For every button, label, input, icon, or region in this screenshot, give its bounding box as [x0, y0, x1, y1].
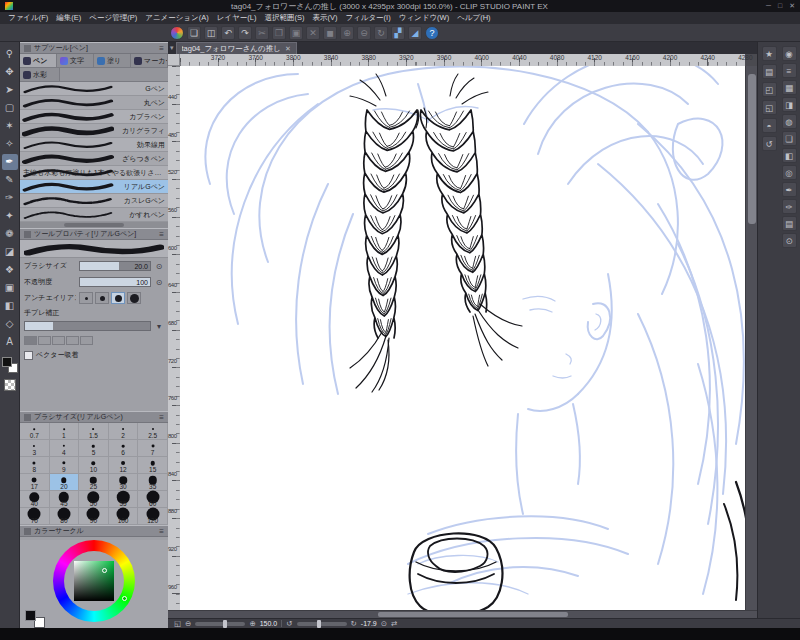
close-icon[interactable]: ✕: [789, 2, 795, 10]
save-icon[interactable]: ◫: [204, 26, 218, 40]
brush-size-cell[interactable]: 35: [138, 474, 168, 491]
eraser-tool-icon[interactable]: ◪: [2, 244, 18, 260]
brush-size-cell[interactable]: 9: [50, 457, 80, 474]
brush-item[interactable]: カスレGペン: [20, 194, 168, 208]
tab-list-icon[interactable]: ▾: [170, 44, 174, 52]
snap-guide-icon[interactable]: ◢: [408, 26, 422, 40]
zoom-slider[interactable]: [195, 622, 245, 626]
brush-tool-icon[interactable]: ✑: [2, 190, 18, 206]
panel-menu-icon[interactable]: ≡: [159, 527, 164, 536]
opacity-dynamics-icon[interactable]: ⊙: [154, 278, 164, 287]
brush-size-cell[interactable]: 2.5: [138, 423, 168, 440]
undo-icon[interactable]: ↶: [221, 26, 235, 40]
brush-size-cell[interactable]: 6: [109, 440, 139, 457]
stabilize-slider[interactable]: [24, 321, 151, 331]
layer-property-palette-icon[interactable]: ◧: [782, 148, 797, 163]
panel-menu-icon[interactable]: ≡: [159, 44, 164, 53]
tool-property-panel-header[interactable]: ツールプロパティ[リアルGペン] ≡: [20, 228, 168, 240]
menu-item[interactable]: フィルター(I): [341, 13, 394, 23]
brush-size-cell[interactable]: 8: [20, 457, 50, 474]
main-color-swatch[interactable]: [2, 357, 12, 367]
brush-size-cell[interactable]: 20: [50, 474, 80, 491]
brush-size-cell[interactable]: 1: [50, 423, 80, 440]
fill-icon[interactable]: ◼: [323, 26, 337, 40]
document-tab[interactable]: tag04_フォロワーさんの推し ✕: [176, 42, 297, 54]
brush-size-cell[interactable]: 10: [79, 457, 109, 474]
brush-item[interactable]: 主線も水彩も厚塗りも1本でやる欲張りさん向けペン: [20, 166, 168, 180]
blend-tool-icon[interactable]: ❖: [2, 262, 18, 278]
brush-size-slider[interactable]: 20.0: [79, 261, 151, 271]
brush-size-cell[interactable]: 30: [109, 474, 139, 491]
brush-item[interactable]: かすれペン: [20, 208, 168, 222]
panel-menu-icon[interactable]: ≡: [159, 413, 164, 422]
stroke-option-button[interactable]: [24, 336, 37, 345]
subtool-scrollbar[interactable]: [20, 222, 168, 228]
brush-size-cell[interactable]: 90: [79, 508, 109, 525]
menu-item[interactable]: アニメーション(A): [141, 13, 213, 23]
clip-studio-logo-icon[interactable]: [170, 26, 184, 40]
rotation-slider[interactable]: [297, 622, 347, 626]
rotate-right-icon[interactable]: ↻: [351, 619, 357, 628]
tool-palette-icon[interactable]: ✒: [782, 182, 797, 197]
opacity-slider[interactable]: 100: [79, 277, 151, 287]
brush-item[interactable]: 効果線用: [20, 138, 168, 152]
quick-access-palette-icon[interactable]: ★: [762, 46, 777, 61]
close-tab-icon[interactable]: ✕: [285, 45, 291, 53]
brush-size-dynamics-icon[interactable]: ⊙: [154, 262, 164, 271]
minimize-icon[interactable]: ─: [766, 2, 771, 10]
airbrush-tool-icon[interactable]: ✦: [2, 208, 18, 224]
foreground-color-swatch[interactable]: [25, 610, 36, 621]
brush-size-cell[interactable]: 100: [109, 508, 139, 525]
auto-select-tool-icon[interactable]: ✶: [2, 118, 18, 134]
brush-size-cell[interactable]: 45: [50, 491, 80, 508]
maximize-icon[interactable]: □: [778, 2, 782, 10]
color-circle-panel-header[interactable]: カラーサークル ≡: [20, 525, 168, 537]
brush-size-palette-icon[interactable]: ⊙: [782, 233, 797, 248]
color-slider-palette-icon[interactable]: ≡: [782, 63, 797, 78]
brush-size-cell[interactable]: 55: [109, 491, 139, 508]
menu-item[interactable]: ヘルプ(H): [453, 13, 494, 23]
brush-size-cell[interactable]: 0.7: [20, 423, 50, 440]
subtool-group-tab[interactable]: 塗り: [94, 54, 131, 67]
paste-icon[interactable]: ▣: [289, 26, 303, 40]
title-bar[interactable]: tag04_フォロワーさんの推し (3000 x 4295px 300dpi 1…: [0, 0, 800, 12]
history-palette-icon[interactable]: ↺: [762, 136, 777, 151]
move-tool-icon[interactable]: ✥: [2, 64, 18, 80]
zoom-out-icon[interactable]: ⊖: [185, 619, 191, 628]
rotate-view-icon[interactable]: ↻: [374, 26, 388, 40]
brush-size-cell[interactable]: 70: [20, 508, 50, 525]
vertical-scrollbar-thumb[interactable]: [748, 74, 756, 224]
reset-rotation-icon[interactable]: ⊙: [381, 619, 387, 628]
antialias-middle-button[interactable]: [111, 292, 125, 304]
brush-item[interactable]: リアルGペン: [20, 180, 168, 194]
brush-size-cell[interactable]: 1.5: [79, 423, 109, 440]
text-tool-icon[interactable]: A: [2, 334, 18, 350]
brush-size-cell[interactable]: 17: [20, 474, 50, 491]
brush-size-cell[interactable]: 120: [138, 508, 168, 525]
stroke-option-button[interactable]: [52, 336, 65, 345]
vector-snap-checkbox[interactable]: [24, 351, 33, 360]
redo-icon[interactable]: ↷: [238, 26, 252, 40]
menu-item[interactable]: レイヤー(L): [213, 13, 261, 23]
horizontal-scrollbar-thumb[interactable]: [378, 612, 568, 617]
subtool-palette-icon[interactable]: ✑: [782, 199, 797, 214]
brush-size-cell[interactable]: 60: [138, 491, 168, 508]
help-icon[interactable]: ?: [425, 26, 439, 40]
subtool-group-tab[interactable]: ペン: [20, 54, 57, 67]
panel-menu-icon[interactable]: ≡: [159, 230, 164, 239]
layer-palette-icon[interactable]: ❏: [782, 131, 797, 146]
brush-item[interactable]: 丸ペン: [20, 96, 168, 110]
rotation-slider-thumb[interactable]: [317, 620, 321, 628]
stroke-option-button[interactable]: [38, 336, 51, 345]
canvas-artwork[interactable]: [180, 66, 745, 610]
information-palette-icon[interactable]: ◓: [762, 118, 777, 133]
material-palette-icon[interactable]: ▤: [762, 64, 777, 79]
zoom-tool-icon[interactable]: ⚲: [2, 46, 18, 62]
menu-item[interactable]: 選択範囲(S): [260, 13, 308, 23]
zoom-out-icon[interactable]: ⊖: [357, 26, 371, 40]
subtool-group-tab[interactable]: 文字: [57, 54, 94, 67]
brush-size-cell[interactable]: 50: [79, 491, 109, 508]
horizontal-scrollbar[interactable]: [168, 610, 757, 618]
subtool-panel-header[interactable]: サブツール[ペン] ≡: [20, 42, 168, 54]
fit-to-screen-icon[interactable]: ◱: [174, 619, 181, 628]
